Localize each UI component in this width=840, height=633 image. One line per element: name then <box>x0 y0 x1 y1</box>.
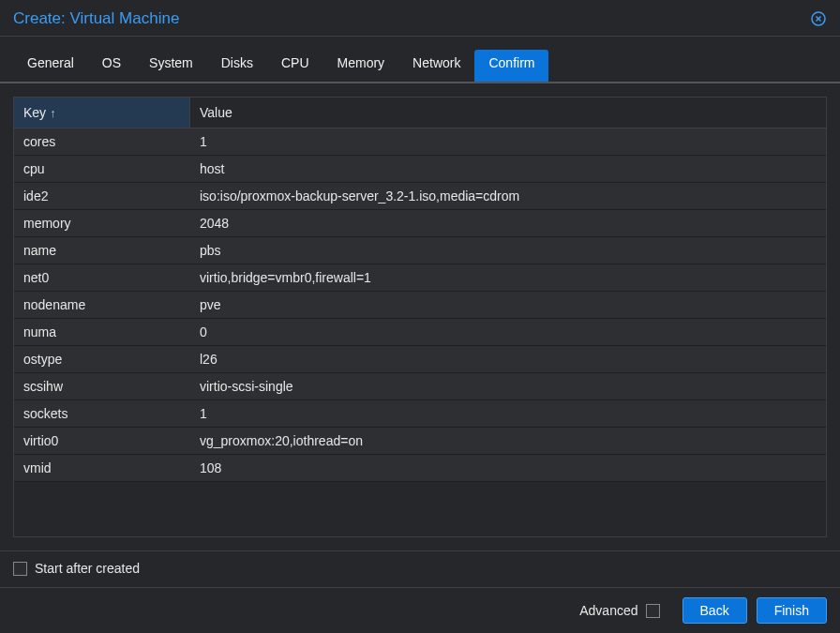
cell-key: sockets <box>14 400 190 427</box>
column-header-label: Value <box>200 105 232 120</box>
cell-key: virtio0 <box>14 428 190 454</box>
table-row[interactable]: memory2048 <box>14 210 826 237</box>
button-label: Finish <box>774 603 809 618</box>
button-label: Back <box>700 603 729 618</box>
table-row[interactable]: net0virtio,bridge=vmbr0,firewall=1 <box>14 264 826 292</box>
cell-value: pve <box>190 292 826 318</box>
cell-key: net0 <box>14 264 190 291</box>
table-row[interactable]: vmid108 <box>14 455 826 482</box>
close-icon <box>811 11 826 26</box>
tab-general[interactable]: General <box>13 50 88 82</box>
summary-table: Key ↑ Value cores1cpuhostide2iso:iso/pro… <box>13 97 827 537</box>
tab-label: OS <box>102 55 121 70</box>
table-row[interactable]: nodenamepve <box>14 292 826 319</box>
table-row[interactable]: numa0 <box>14 319 826 346</box>
cell-value: pbs <box>190 237 826 264</box>
cell-key: nodename <box>14 292 190 318</box>
start-after-created-checkbox[interactable] <box>13 562 27 576</box>
cell-key: ide2 <box>14 183 190 209</box>
cell-value: host <box>190 156 826 182</box>
cell-key: cpu <box>14 156 190 182</box>
table-row[interactable]: cores1 <box>14 128 826 156</box>
cell-key: ostype <box>14 346 190 372</box>
vm-create-wizard: Create: Virtual Machine General OS Syste… <box>0 0 840 633</box>
column-header-label: Key <box>23 105 46 120</box>
content-pane: Key ↑ Value cores1cpuhostide2iso:iso/pro… <box>0 83 840 550</box>
table-row[interactable]: scsihwvirtio-scsi-single <box>14 373 826 400</box>
advanced-toggle[interactable]: Advanced <box>579 603 659 618</box>
back-button[interactable]: Back <box>682 597 747 624</box>
table-row[interactable]: sockets1 <box>14 400 826 428</box>
footer-bar: Advanced Back Finish <box>0 587 840 633</box>
cell-value: 1 <box>190 128 826 155</box>
tab-disks[interactable]: Disks <box>207 50 267 82</box>
cell-value: 2048 <box>190 210 826 236</box>
table-body: cores1cpuhostide2iso:iso/proxmox-backup-… <box>14 128 826 536</box>
cell-value: iso:iso/proxmox-backup-server_3.2-1.iso,… <box>190 183 826 209</box>
start-after-created-label: Start after created <box>35 561 140 576</box>
cell-key: numa <box>14 319 190 345</box>
cell-value: 1 <box>190 400 826 427</box>
advanced-checkbox[interactable] <box>646 604 660 618</box>
cell-value: 0 <box>190 319 826 345</box>
cell-value: 108 <box>190 455 826 481</box>
cell-key: scsihw <box>14 373 190 399</box>
tab-cpu[interactable]: CPU <box>267 50 323 82</box>
column-header-value[interactable]: Value <box>190 98 826 128</box>
start-after-created-row[interactable]: Start after created <box>13 561 827 576</box>
tab-os[interactable]: OS <box>88 50 135 82</box>
tab-system[interactable]: System <box>135 50 207 82</box>
options-bar: Start after created <box>0 550 840 587</box>
table-row[interactable]: ide2iso:iso/proxmox-backup-server_3.2-1.… <box>14 183 826 210</box>
cell-key: cores <box>14 128 190 155</box>
tab-label: Network <box>412 55 460 70</box>
tab-label: Disks <box>221 55 253 70</box>
tab-network[interactable]: Network <box>398 50 474 82</box>
table-header: Key ↑ Value <box>14 98 826 128</box>
cell-value: virtio,bridge=vmbr0,firewall=1 <box>190 264 826 291</box>
table-row[interactable]: cpuhost <box>14 156 826 183</box>
cell-key: memory <box>14 210 190 236</box>
tab-label: Memory <box>338 55 385 70</box>
cell-value: virtio-scsi-single <box>190 373 826 399</box>
cell-key: vmid <box>14 455 190 481</box>
finish-button[interactable]: Finish <box>757 597 827 624</box>
title-bar: Create: Virtual Machine <box>0 0 840 37</box>
cell-value: vg_proxmox:20,iothread=on <box>190 428 826 454</box>
tab-label: General <box>27 55 74 70</box>
advanced-label: Advanced <box>579 603 638 618</box>
tab-label: Confirm <box>488 55 534 70</box>
tab-label: CPU <box>281 55 309 70</box>
table-row[interactable]: ostypel26 <box>14 346 826 373</box>
table-row[interactable]: namepbs <box>14 237 826 264</box>
wizard-tabs: General OS System Disks CPU Memory Netwo… <box>0 37 840 83</box>
table-row[interactable]: virtio0vg_proxmox:20,iothread=on <box>14 428 826 455</box>
tab-confirm[interactable]: Confirm <box>474 50 548 82</box>
column-header-key[interactable]: Key ↑ <box>14 98 190 128</box>
tab-memory[interactable]: Memory <box>323 50 399 82</box>
sort-asc-icon: ↑ <box>50 106 56 120</box>
close-button[interactable] <box>810 10 827 27</box>
window-title: Create: Virtual Machine <box>13 9 179 28</box>
cell-value: l26 <box>190 346 826 372</box>
cell-key: name <box>14 237 190 264</box>
tab-label: System <box>149 55 193 70</box>
